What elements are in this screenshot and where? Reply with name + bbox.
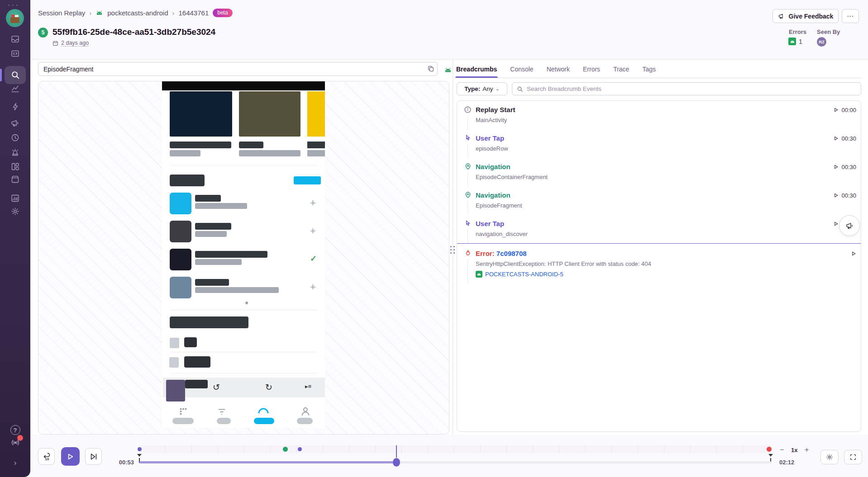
breadcrumb-event-row[interactable]: Navigation EpisodeContainerFragment 00:3… <box>457 158 861 186</box>
breadcrumb-event-row[interactable]: Replay Start MainActivity 00:00 <box>457 101 861 129</box>
scrubber-handle[interactable] <box>393 458 400 467</box>
up-next-icon: ▸≡ <box>305 383 311 390</box>
explore-search-icon[interactable] <box>0 70 30 80</box>
stats-bars-icon[interactable] <box>0 194 30 203</box>
rewind-10s-button[interactable]: 10 <box>38 448 55 465</box>
errors-label: Errors <box>789 28 806 35</box>
tab-trace[interactable]: Trace <box>613 61 629 78</box>
android-platform-icon <box>444 66 452 74</box>
error-project-link[interactable]: POCKETCASTS-ANDROID-5 <box>476 271 851 278</box>
lightning-icon[interactable] <box>0 102 30 111</box>
search-icon <box>517 86 523 92</box>
more-options-button[interactable]: ⋯ <box>842 9 859 23</box>
album-art <box>239 91 300 137</box>
copy-icon[interactable] <box>427 65 434 72</box>
playback-speed-label[interactable]: 1x <box>791 447 797 453</box>
jump-to-time-button[interactable]: 00:30 <box>834 134 856 158</box>
org-avatar[interactable] <box>6 9 24 27</box>
text-placeholder <box>307 142 325 148</box>
text-placeholder <box>170 142 231 148</box>
issues-icon[interactable] <box>0 34 30 44</box>
timeline-marker-purple[interactable] <box>298 447 302 451</box>
help-icon[interactable]: ? <box>0 425 30 435</box>
breadcrumb-event-row[interactable]: User Tap episodeRow 00:30 <box>457 129 861 158</box>
dashboards-grid-icon[interactable] <box>0 162 30 171</box>
jump-to-time-button[interactable]: 00:00 <box>834 106 856 129</box>
type-filter-dropdown[interactable]: Type:Any ⌄ <box>457 82 507 95</box>
tab-console[interactable]: Console <box>510 61 533 78</box>
breadcrumb-replay-number[interactable]: 16443761 <box>178 9 209 17</box>
replay-age: 2 days ago <box>52 40 89 47</box>
status-bar <box>162 81 325 90</box>
skip-forward-icon: ↻ <box>265 382 272 392</box>
tab-tags[interactable]: Tags <box>642 61 656 78</box>
tab-breadcrumbs[interactable]: Breadcrumbs <box>456 61 497 78</box>
breadcrumb-event-row[interactable]: Navigation EpisodeFragment 00:30 <box>457 186 861 215</box>
give-feedback-button[interactable]: Give Feedback <box>773 9 839 23</box>
replay-seek-input[interactable] <box>38 62 438 76</box>
event-subtitle: navigation_discover <box>476 231 834 237</box>
tab-network[interactable]: Network <box>547 61 570 78</box>
breadcrumb-session-replay[interactable]: Session Replay <box>38 9 85 17</box>
player-settings-button[interactable] <box>820 450 839 464</box>
timeline-marker-error[interactable] <box>767 447 772 452</box>
sidebar-expand-chevron[interactable]: › <box>0 459 30 467</box>
replay-player-canvas[interactable]: + + ✓ + ↺ ↻ ▸≡ <box>38 81 449 434</box>
timeline-current-position-line <box>396 445 397 458</box>
stats-trend-icon[interactable] <box>0 84 30 94</box>
user-tap-icon <box>464 220 472 227</box>
projects-icon[interactable] <box>0 49 30 58</box>
error-id-link[interactable]: 7c098708 <box>496 250 527 257</box>
tab-errors[interactable]: Errors <box>583 61 600 78</box>
section-header-placeholder <box>170 175 205 186</box>
archive-box-icon[interactable] <box>0 175 30 184</box>
breadcrumb-event-row[interactable]: User Tap navigation_discover 00:33 <box>457 215 861 243</box>
breadcrumb: Session Replay › pocketcasts-android › 1… <box>38 9 233 17</box>
replay-activity-badge: 5 <box>38 28 48 38</box>
timeline-events-track[interactable] <box>139 445 771 453</box>
scrubber-track[interactable] <box>139 461 771 463</box>
skip-to-end-button[interactable] <box>85 448 102 465</box>
jump-to-time-button[interactable]: 00:30 <box>834 163 856 186</box>
nav-label-placeholder <box>297 418 313 424</box>
settings-gear-icon[interactable] <box>0 207 30 216</box>
section-header-placeholder <box>170 316 248 328</box>
plus-icon: + <box>310 197 316 209</box>
play-button[interactable] <box>61 447 80 466</box>
alerts-siren-icon[interactable] <box>0 147 30 157</box>
jump-to-time-button[interactable] <box>851 250 856 283</box>
whats-new-badge <box>17 435 23 441</box>
errors-count[interactable]: 1 <box>788 38 802 45</box>
broadcast-icon[interactable] <box>0 438 30 448</box>
plus-icon: + <box>310 225 316 237</box>
android-project-icon <box>476 271 482 278</box>
breadcrumb-search-input[interactable] <box>527 85 856 92</box>
breadcrumb-error-row[interactable]: Error: 7c098708 SentryHttpClientExceptio… <box>457 243 861 283</box>
play-icon <box>834 136 839 141</box>
check-icon: ✓ <box>310 254 317 264</box>
breadcrumb-project[interactable]: pocketcasts-android <box>107 9 168 17</box>
info-icon <box>464 106 472 113</box>
nav-discover-icon <box>257 405 270 414</box>
panel-resize-handle[interactable] <box>449 244 456 256</box>
timeline-zoom-in-button[interactable]: + <box>805 446 809 454</box>
jump-to-time-button[interactable]: 00:30 <box>834 191 856 215</box>
event-subtitle: EpisodeFragment <box>476 202 834 209</box>
replays-history-icon[interactable] <box>0 133 30 142</box>
current-time-indicator-line <box>457 243 861 244</box>
megaphone-icon[interactable] <box>0 118 30 128</box>
beta-badge: beta <box>213 9 232 17</box>
error-message: SentryHttpClientException: HTTP Client E… <box>476 260 851 267</box>
current-time-label: 00:53 <box>114 459 134 466</box>
scrubber-progress-fill <box>139 461 396 463</box>
seen-by-avatar[interactable]: RZ <box>817 37 826 47</box>
fullscreen-button[interactable] <box>844 450 862 464</box>
timeline-marker-purple[interactable] <box>138 447 142 451</box>
timeline-marker-green[interactable] <box>283 447 288 452</box>
timeline-zoom-out-button[interactable]: − <box>780 446 784 454</box>
play-icon <box>851 251 856 256</box>
floating-feedback-button[interactable] <box>839 215 860 236</box>
fullscreen-icon <box>849 453 857 461</box>
breadcrumb-search <box>512 82 861 95</box>
event-title: Navigation <box>476 191 834 199</box>
